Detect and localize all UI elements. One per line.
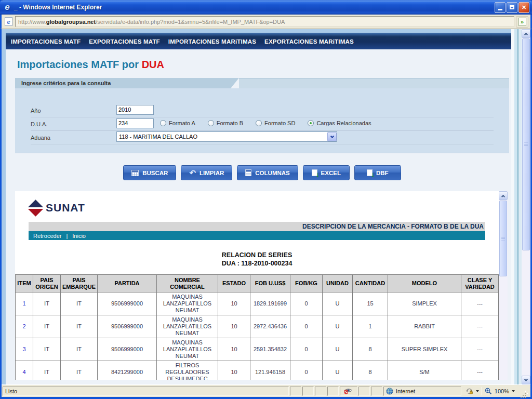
- button-label: DBF: [376, 170, 389, 176]
- aduana-select[interactable]: 118 - MARITIMA DEL CALLAO: [116, 131, 337, 142]
- excel-button[interactable]: ↓EXCEL: [303, 165, 350, 180]
- cell: 0: [290, 292, 323, 315]
- address-bar: e http://www.globalgroupsa.net/servidata…: [0, 15, 532, 29]
- limpiar-icon: ↶: [189, 169, 196, 177]
- cell: 9506999000: [98, 315, 157, 338]
- radio-button-icon: [308, 120, 314, 126]
- radio-option-2[interactable]: Formato B: [208, 120, 243, 126]
- item-link[interactable]: 4: [22, 369, 25, 375]
- table-row-2: 2ITIT9506999000MAQUINAS LANZAPLATILLOS N…: [16, 315, 499, 338]
- aduana-selected-value: 118 - MARITIMA DEL CALLAO: [119, 134, 197, 140]
- nav-item-3[interactable]: IMPORTACIONES MARiTIMAS: [168, 38, 256, 45]
- cell: 121.946158: [250, 361, 290, 380]
- cell: IT: [33, 338, 61, 361]
- cell: 4: [16, 361, 33, 380]
- action-buttons: BUSCAR↶LIMPIARCOLUMNAS↓EXCEL↓DBF: [15, 165, 509, 180]
- aduana-label: Aduana: [31, 135, 116, 141]
- limpiar-button[interactable]: ↶LIMPIAR: [181, 165, 232, 180]
- radio-option-label: Formato SD: [264, 120, 295, 126]
- cell: IT: [33, 292, 61, 315]
- retroceder-link[interactable]: Retroceder: [33, 233, 61, 239]
- page-icon: e: [5, 17, 12, 26]
- nav-item-1[interactable]: IMPORTACIONES MATF: [11, 38, 81, 45]
- results-document: SUNAT DESCRIPCION DE LA MERCANCIA - FORM…: [15, 191, 499, 380]
- item-link[interactable]: 2: [22, 323, 25, 329]
- form-row-aduana: Aduana 118 - MARITIMA DEL CALLAO: [31, 131, 494, 144]
- aduana-dropdown-button[interactable]: [327, 132, 337, 141]
- dbf-button[interactable]: ↓DBF: [354, 165, 401, 180]
- page-top-margin: [6, 29, 511, 33]
- radio-option-3[interactable]: Formato SD: [256, 120, 295, 126]
- cell: 2972.436436: [250, 315, 290, 338]
- maximize-icon: [510, 5, 514, 9]
- column-header: CLASE Y VARIEDAD: [461, 275, 499, 292]
- zoom-magnifier-icon[interactable]: [485, 388, 492, 395]
- browser-scrollbar-thumb[interactable]: [522, 38, 530, 250]
- scrollbar-thumb[interactable]: [499, 201, 507, 276]
- status-cell: [327, 387, 339, 396]
- url-path: /servidata/e-data/info.php?mod=1&smnu=5&…: [96, 19, 285, 25]
- browser-scrollbar[interactable]: [522, 29, 530, 384]
- scroll-up-button[interactable]: [499, 191, 508, 200]
- form-row-dua: D.U.A. Formato AFormato BFormato SDCarga…: [31, 117, 494, 131]
- status-cell: [358, 387, 370, 396]
- nav-item-4[interactable]: EXPORTACIONES MARiTIMAS: [264, 38, 354, 45]
- cell: 1829.191699: [250, 292, 290, 315]
- browser-scroll-up-button[interactable]: [522, 29, 530, 38]
- inicio-link[interactable]: Inicio: [72, 233, 86, 239]
- maximize-button[interactable]: [507, 2, 517, 13]
- buscar-button[interactable]: BUSCAR: [123, 165, 176, 180]
- cell: 0: [290, 315, 323, 338]
- item-link[interactable]: 1: [22, 300, 25, 307]
- privacy-eye-icon[interactable]: [340, 387, 357, 396]
- go-button[interactable]: »: [516, 16, 528, 28]
- results-table: ITEMPAIS ORIGENPAIS EMBARQUEPARTIDANOMBR…: [15, 274, 499, 380]
- criteria-header-label: Ingrese critérios para la consulta: [15, 78, 231, 88]
- table-row-3: 3ITIT9506999000MAQUINAS LANZAPLATILLOS N…: [16, 338, 499, 361]
- column-header: PARTIDA: [98, 275, 157, 292]
- radio-option-label: Formato A: [169, 120, 195, 126]
- security-report-icon[interactable]: [466, 388, 473, 395]
- anio-input[interactable]: [116, 105, 154, 115]
- address-input[interactable]: http://www.globalgroupsa.net/servidata/e…: [15, 16, 514, 27]
- nav-item-2[interactable]: EXPORTACIONES MATF: [89, 38, 160, 45]
- zoom-dropdown-caret[interactable]: [512, 390, 515, 392]
- radio-option-4[interactable]: Cargas Relacionadas: [308, 120, 371, 126]
- cell: IT: [61, 361, 98, 380]
- browser-scroll-down-button[interactable]: [522, 376, 530, 384]
- item-link[interactable]: 3: [22, 346, 25, 352]
- dbf-icon: ↓: [367, 169, 373, 176]
- go-icon: »: [518, 18, 526, 26]
- ie-icon: e: [3, 3, 12, 12]
- cell: U: [323, 338, 353, 361]
- close-button[interactable]: ✕: [518, 2, 529, 13]
- column-header: MODELO: [388, 275, 461, 292]
- zoom-level[interactable]: 100%: [495, 388, 509, 394]
- column-header: ESTADO: [218, 275, 250, 292]
- radio-option-label: Formato B: [217, 120, 243, 126]
- cell: 0: [290, 361, 323, 380]
- cell: 10: [218, 315, 250, 338]
- site-content: IMPORTACIONES MATFEXPORTACIONES MATFIMPO…: [6, 29, 511, 384]
- radio-group: Formato AFormato BFormato SDCargas Relac…: [160, 120, 371, 126]
- cell: 9506999000: [98, 292, 157, 315]
- main-content: Importaciones MATF por DUA Ingrese crité…: [6, 49, 511, 384]
- results-scrollbar[interactable]: [499, 191, 508, 380]
- minimize-button[interactable]: [495, 2, 506, 13]
- table-row-1: 1ITIT9506999000MAQUINAS LANZAPLATILLOS N…: [16, 292, 499, 315]
- cell: 10: [218, 338, 250, 361]
- resize-grip[interactable]: [520, 388, 526, 394]
- nav-menu: IMPORTACIONES MATFEXPORTACIONES MATFIMPO…: [6, 33, 511, 49]
- cell: IT: [33, 361, 61, 380]
- columnas-icon: [245, 169, 251, 176]
- cell: 8421299000: [98, 361, 157, 380]
- url-prefix: http://www.: [18, 19, 46, 25]
- download-arrow-icon: ↓: [371, 171, 375, 178]
- browser-window: e _ - Windows Internet Explorer ✕ e http…: [0, 0, 532, 399]
- button-label: COLUMNAS: [255, 170, 289, 176]
- dua-input[interactable]: [116, 118, 154, 128]
- status-cell: [290, 387, 301, 396]
- columnas-button[interactable]: COLUMNAS: [237, 165, 298, 180]
- security-dropdown-caret[interactable]: [476, 390, 479, 392]
- radio-option-1[interactable]: Formato A: [160, 120, 195, 126]
